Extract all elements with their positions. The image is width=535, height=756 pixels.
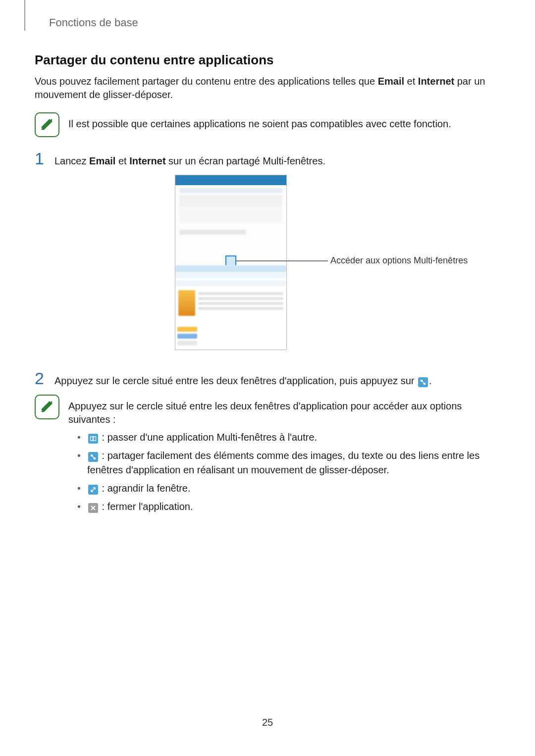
blur-line — [179, 195, 282, 207]
app-name-internet: Internet — [129, 155, 165, 166]
section-title: Partager du contenu entre applications — [35, 52, 500, 68]
blur-line — [175, 265, 286, 272]
step-1: 1 Lancez Email et Internet sur un écran … — [35, 150, 500, 168]
device-bottom-app — [175, 265, 286, 350]
page-number: 25 — [0, 717, 535, 728]
intro-paragraph: Vous pouvez facilement partager du conte… — [35, 75, 500, 101]
share-icon — [88, 452, 98, 462]
blur-line — [175, 280, 286, 286]
text: et — [115, 155, 129, 166]
text: Vous pouvez facilement partager du conte… — [35, 76, 378, 87]
blur-line — [179, 188, 282, 193]
step-text: Appuyez sur le cercle situé entre les de… — [54, 374, 432, 388]
blur-line — [179, 230, 246, 235]
note-intro: Appuyez sur le cercle situé entre les de… — [68, 400, 500, 426]
note-icon — [35, 112, 59, 137]
blur-thumb — [178, 290, 195, 316]
step-number: 2 — [35, 370, 48, 387]
app-name-internet: Internet — [418, 76, 454, 87]
svg-rect-0 — [421, 380, 423, 382]
text: Lancez — [54, 155, 89, 166]
list-item: : agrandir la fenêtre. — [75, 481, 500, 496]
step-2: 2 Appuyez sur le cercle situé entre les … — [35, 370, 500, 388]
note-block: Appuyez sur le cercle situé entre les de… — [35, 395, 500, 518]
blur-sidebar — [177, 325, 197, 348]
note-text: Appuyez sur le cercle situé entre les de… — [68, 395, 500, 518]
spacer — [175, 235, 286, 253]
callout-label: Accéder aux options Multi-fenêtres — [330, 255, 468, 266]
expand-icon — [88, 485, 98, 495]
svg-rect-5 — [94, 457, 96, 459]
text: . — [429, 375, 432, 386]
note-block: Il est possible que certaines applicatio… — [35, 112, 500, 137]
options-list: : passer d'une application Multi-fenêtre… — [75, 430, 500, 514]
svg-rect-1 — [424, 383, 426, 385]
page-content: Partager du contenu entre applications V… — [35, 52, 500, 531]
text: : passer d'une application Multi-fenêtre… — [99, 432, 317, 443]
header-rule — [24, 0, 25, 31]
breadcrumb: Fonctions de base — [49, 16, 138, 29]
text: et — [404, 76, 418, 87]
share-icon — [418, 377, 428, 387]
callout-line — [235, 260, 328, 261]
note-icon — [35, 395, 59, 419]
step-text: Lancez Email et Internet sur un écran pa… — [54, 154, 325, 168]
close-icon — [88, 503, 98, 513]
text: Appuyez sur le cercle situé entre les de… — [54, 375, 417, 386]
text: : partager facilement des éléments comme… — [87, 450, 480, 475]
device-mock — [175, 175, 287, 350]
svg-rect-4 — [91, 454, 93, 456]
text: : agrandir la fenêtre. — [99, 483, 191, 494]
multiwindow-handle-icon — [225, 255, 236, 266]
text: : fermer l'application. — [99, 501, 193, 512]
step-number: 1 — [35, 150, 48, 167]
list-item: : passer d'une application Multi-fenêtre… — [75, 430, 500, 445]
switch-apps-icon — [88, 434, 98, 444]
blur-result-row — [175, 288, 286, 318]
figure-multi-window: Accéder aux options Multi-fenêtres — [35, 175, 500, 358]
blur-line — [179, 208, 282, 223]
list-item: : fermer l'application. — [75, 500, 500, 514]
blur-line — [175, 272, 286, 278]
blur-lines — [198, 290, 283, 316]
note-text: Il est possible que certaines applicatio… — [68, 112, 451, 131]
list-item: : partager facilement des éléments comme… — [75, 449, 500, 477]
app-name-email: Email — [378, 76, 404, 87]
document-page: Fonctions de base Partager du contenu en… — [0, 0, 535, 756]
app-name-email: Email — [89, 155, 115, 166]
device-status-bar — [175, 175, 286, 185]
text: sur un écran partagé Multi-fenêtres. — [166, 155, 325, 166]
